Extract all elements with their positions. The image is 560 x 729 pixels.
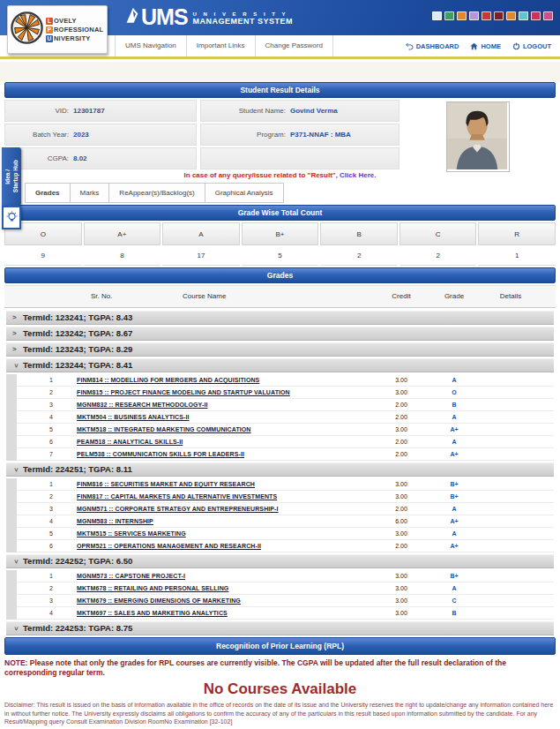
col-course-name: Course Name	[183, 286, 226, 307]
header-color-square[interactable]	[444, 11, 454, 20]
course-sr-no: 1	[29, 478, 73, 491]
header-color-square[interactable]	[494, 11, 504, 20]
tab-reappear-s-backlog-s[interactable]: ReAppear(s)/Backlog(s)	[109, 183, 205, 203]
grades-table-body: >TermId: 123241; TGPA: 8.43>TermId: 1232…	[6, 311, 554, 635]
course-name-link[interactable]: MGNM832 :: RESEARCH METHODOLOGY-II	[77, 399, 207, 411]
page: UMS U N I V E R S I T Y MANAGEMENT SYSTE…	[0, 0, 560, 729]
course-sr-no: 3	[29, 399, 73, 411]
course-row: 7PELM538 :: COMMUNICATION SKILLS FOR LEA…	[17, 448, 554, 461]
student-result-details-bar: Student Result Details	[4, 82, 556, 98]
lpu-logo: LOVELYPROFESSIONALUNIVERSITY	[7, 5, 108, 54]
quick-link-dashboard[interactable]: DASHBOARD	[406, 42, 459, 50]
course-name-link[interactable]: MGNM583 :: INTERNSHIP	[77, 515, 153, 528]
term-header-row[interactable]: >TermId: 123243; TGPA: 8.29	[6, 342, 554, 357]
header-color-square[interactable]	[543, 11, 553, 20]
course-row: 4MKTM697 :: SALES AND MARKETING ANALYTIC…	[17, 607, 554, 620]
course-name-link[interactable]: OPRM521 :: OPERATIONS MANAGEMENT AND RES…	[77, 540, 261, 552]
course-row: 3MGNM832 :: RESEARCH METHODOLOGY-II2.00B	[17, 399, 554, 411]
tab-marks[interactable]: Marks	[71, 183, 110, 203]
batch-year-label: Batch Year:	[5, 131, 69, 139]
course-grade: B+	[437, 491, 472, 503]
term-header-row[interactable]: >TermId: 224252; TGPA: 6.50	[6, 554, 554, 568]
term-header-row[interactable]: >TermId: 224253: TGPA: 8.75	[6, 621, 554, 635]
course-credit: 3.00	[379, 570, 423, 582]
grade-header-a: A+	[84, 222, 161, 245]
idea-startup-hub-tab[interactable]: Idea / Startup Hub	[2, 147, 21, 206]
header-color-square[interactable]	[482, 11, 491, 20]
header-color-square[interactable]	[519, 11, 528, 20]
course-name-link[interactable]: MGNM571 :: CORPORATE STRATEGY AND ENTREP…	[77, 503, 279, 515]
lightbulb-icon[interactable]	[2, 206, 21, 229]
course-name-link[interactable]: PEAM518 :: ANALYTICAL SKILLS-II	[77, 436, 183, 448]
course-row: 3MGNM571 :: CORPORATE STRATEGY AND ENTRE…	[17, 503, 554, 515]
quick-link-logout[interactable]: LOGOUT	[512, 42, 551, 50]
course-grade: A	[437, 503, 472, 515]
chevron-down-icon: >	[10, 364, 22, 368]
course-row: 5MKTM518 :: INTEGRATED MARKETING COMMUNI…	[17, 424, 554, 436]
term-label: TermId: 123244; TGPA: 8.41	[23, 359, 132, 372]
tab-grades[interactable]: Grades	[25, 183, 71, 203]
cgpa-value: 8.02	[73, 154, 87, 162]
course-credit: 3.00	[379, 374, 423, 387]
course-sr-no: 4	[29, 607, 73, 620]
ums-swoosh-icon	[125, 5, 139, 28]
rpl-note: NOTE: Please note that only the grades f…	[4, 658, 556, 678]
grade-count-r: 1	[478, 247, 556, 266]
query-click-here-link[interactable]: Click Here.	[340, 171, 376, 179]
course-sr-no: 6	[29, 540, 73, 552]
rpl-bar: Recognition of Prior Learning (RPL)	[4, 637, 556, 655]
ums-logo-management: MANAGEMENT SYSTEM	[193, 17, 294, 26]
course-sr-no: 5	[29, 528, 73, 540]
quick-links: DASHBOARDHOMELOGOUT	[406, 35, 551, 56]
nav-tab-important-links[interactable]: Important Links	[187, 35, 256, 56]
course-grade: A+	[437, 448, 472, 461]
term-header-row[interactable]: >TermId: 123244; TGPA: 8.41	[6, 358, 554, 372]
header-color-square[interactable]	[531, 11, 541, 20]
course-name-link[interactable]: MKTM518 :: INTEGRATED MARKETING COMMUNIC…	[77, 424, 251, 436]
header-color-square[interactable]	[457, 11, 467, 20]
lpu-line-p: PROFESSIONAL	[46, 26, 103, 34]
batch-year-value: 2023	[73, 131, 89, 139]
nav-tab-change-password[interactable]: Change Password	[256, 35, 333, 56]
course-name-link[interactable]: MKTM504 :: BUSINESS ANALYTICS-II	[77, 411, 190, 424]
header-color-squares	[432, 11, 553, 20]
header-color-square[interactable]	[506, 11, 516, 20]
lpu-logo-text: LOVELYPROFESSIONALUNIVERSITY	[46, 17, 103, 42]
course-name-link[interactable]: FINM815 :: PROJECT FINANCE MODELING AND …	[77, 387, 290, 399]
course-row: 1FINM814 :: MODELLING FOR MERGERS AND AC…	[17, 374, 554, 387]
term-header-row[interactable]: >TermId: 224251; TGPA: 8.11	[6, 462, 554, 477]
quick-link-home[interactable]: HOME	[470, 42, 501, 50]
course-name-link[interactable]: MGNM573 :: CAPSTONE PROJECT-I	[77, 570, 185, 582]
lpu-initial-u: U	[46, 35, 53, 42]
course-name-link[interactable]: MKTM679 :: EMERGING DIMENSIONS OF MARKET…	[77, 595, 241, 607]
course-grade: A	[437, 374, 472, 387]
course-name-link[interactable]: FINM816 :: SECURITIES MARKET AND EQUITY …	[77, 478, 255, 491]
course-name-link[interactable]: MKTM697 :: SALES AND MARKETING ANALYTICS	[77, 607, 228, 620]
student-name-value: Govind Verma	[290, 107, 338, 115]
header-color-square[interactable]	[469, 11, 479, 20]
course-name-link[interactable]: FINM814 :: MODELLING FOR MERGERS AND ACQ…	[77, 374, 259, 387]
course-name-link[interactable]: FINM817 :: CAPITAL MARKETS AND ALTERNATI…	[77, 491, 277, 503]
course-name-link[interactable]: MKTM678 :: RETAILING AND PERSONAL SELLIN…	[77, 582, 228, 595]
course-name-link[interactable]: PELM538 :: COMMUNICATION SKILLS FOR LEAD…	[77, 448, 244, 461]
course-sr-no: 4	[29, 515, 73, 528]
header-color-square[interactable]	[432, 11, 442, 20]
grade-wise-count-bar: Grade Wise Total Count	[4, 205, 556, 221]
nav-tab-ums-navigation[interactable]: UMS Navigation	[115, 35, 187, 56]
course-grade: B+	[437, 478, 472, 491]
cgpa-field: CGPA: 8.02	[4, 147, 197, 169]
header-gap	[0, 62, 560, 82]
grade-count-a: 8	[84, 247, 161, 266]
course-section: 1MGNM573 :: CAPSTONE PROJECT-I3.00B+2MKT…	[6, 570, 554, 620]
course-name-link[interactable]: MKTM515 :: SERVICES MARKETING	[77, 528, 186, 540]
rpl-title: Recognition of Prior Learning (RPL)	[216, 642, 344, 650]
term-header-row[interactable]: >TermId: 123242; TGPA: 8.67	[6, 327, 554, 341]
course-sr-no: 2	[29, 491, 73, 503]
tab-graphical-analysis[interactable]: Graphical Analysis	[205, 183, 284, 203]
course-grade: B	[437, 607, 472, 620]
grade-count-a: 17	[162, 247, 240, 266]
term-header-row[interactable]: >TermId: 123241; TGPA: 8.43	[6, 311, 554, 325]
course-sr-no: 2	[29, 387, 73, 399]
course-credit: 2.00	[379, 448, 423, 461]
disclaimer-text: Disclaimer: This result is issued on the…	[4, 701, 556, 726]
